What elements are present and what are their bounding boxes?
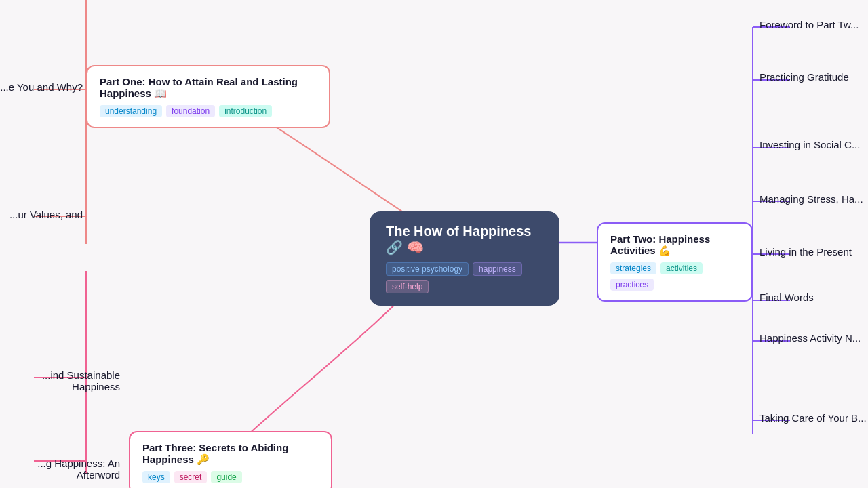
- part-three-tags: keys secret guide: [142, 471, 319, 483]
- tag-practices: practices: [610, 279, 654, 291]
- left-item-you-and-why[interactable]: ...e You and Why?: [0, 81, 88, 93]
- part-one-tags: understanding foundation introduction: [100, 105, 317, 117]
- mind-map-canvas: The How of Happiness 🔗 🧠 positive psycho…: [0, 0, 868, 488]
- right-item-managing-stress[interactable]: Managing Stress, Ha...: [760, 193, 868, 205]
- part-three-title: Part Three: Secrets to Abiding Happiness…: [142, 442, 319, 466]
- part-one-node[interactable]: Part One: How to Attain Real and Lasting…: [86, 65, 330, 128]
- right-item-practicing-gratitude[interactable]: Practicing Gratitude: [760, 71, 868, 83]
- central-node[interactable]: The How of Happiness 🔗 🧠 positive psycho…: [370, 211, 559, 306]
- tag-activities: activities: [660, 262, 703, 274]
- right-item-happiness-activity[interactable]: Happiness Activity N...: [760, 332, 868, 344]
- part-two-node[interactable]: Part Two: Happiness Activities 💪 strateg…: [597, 222, 753, 302]
- tag-foundation: foundation: [166, 105, 215, 117]
- tag-strategies: strategies: [610, 262, 656, 274]
- tag-understanding: understanding: [100, 105, 162, 117]
- central-node-title: The How of Happiness 🔗 🧠: [386, 224, 543, 256]
- right-item-investing-social[interactable]: Investing in Social C...: [760, 139, 868, 150]
- right-item-taking-care[interactable]: Taking Care of Your B...: [760, 412, 868, 424]
- tag-secret: secret: [174, 471, 208, 483]
- right-item-living-present[interactable]: Living in the Present: [760, 246, 868, 258]
- tag-self-help: self-help: [386, 280, 429, 293]
- tag-happiness: happiness: [473, 262, 522, 276]
- tag-keys: keys: [142, 471, 170, 483]
- part-two-tags: strategies activities practices: [610, 262, 739, 291]
- left-item-afterword[interactable]: ...g Happiness: An Afterword: [0, 458, 125, 481]
- left-item-values[interactable]: ...ur Values, and: [0, 209, 88, 220]
- right-item-final-words[interactable]: Final Words: [760, 291, 868, 303]
- tag-positive-psychology: positive psychology: [386, 262, 469, 276]
- central-node-tags: positive psychology happiness self-help: [386, 262, 543, 293]
- part-one-title: Part One: How to Attain Real and Lasting…: [100, 76, 317, 100]
- left-item-sustainable-happiness[interactable]: ...ind Sustainable Happiness: [0, 369, 125, 392]
- tag-introduction: introduction: [219, 105, 272, 117]
- part-two-title: Part Two: Happiness Activities 💪: [610, 233, 739, 257]
- right-item-foreword[interactable]: Foreword to Part Tw...: [760, 19, 868, 30]
- part-three-node[interactable]: Part Three: Secrets to Abiding Happiness…: [129, 431, 332, 488]
- tag-guide: guide: [211, 471, 241, 483]
